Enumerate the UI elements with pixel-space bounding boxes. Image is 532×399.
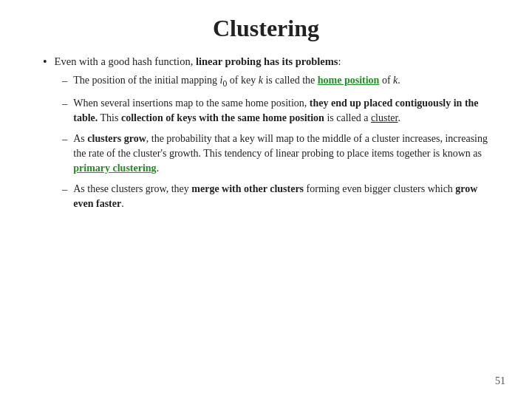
sub-bullets: – The position of the initial mapping i0… bbox=[62, 73, 497, 211]
slide: Clustering • Even with a good hash funct… bbox=[0, 0, 532, 399]
bullet-section: • Even with a good hash function, linear… bbox=[35, 54, 497, 211]
dash-3: – bbox=[62, 132, 67, 147]
sub-bullet-text-1: The position of the initial mapping i0 o… bbox=[73, 73, 400, 91]
sub-bullet-3: – As clusters grow, the probability that… bbox=[62, 132, 497, 177]
dash-4: – bbox=[62, 182, 67, 197]
page-number: 51 bbox=[495, 375, 505, 387]
sub-bullet-1: – The position of the initial mapping i0… bbox=[62, 73, 497, 91]
dash-2: – bbox=[62, 96, 67, 112]
main-bullet: • Even with a good hash function, linear… bbox=[43, 54, 497, 70]
slide-title: Clustering bbox=[35, 15, 497, 42]
sub-bullet-2: – When several insertions map to the sam… bbox=[62, 96, 497, 126]
sub-bullet-4: – As these clusters grow, they merge wit… bbox=[62, 182, 497, 212]
main-bullet-text: Even with a good hash function, linear p… bbox=[55, 54, 341, 69]
sub-bullet-text-4: As these clusters grow, they merge with … bbox=[73, 182, 497, 212]
sub-bullet-text-2: When several insertions map to the same … bbox=[73, 96, 497, 126]
dash-1: – bbox=[62, 73, 67, 89]
sub-bullet-text-3: As clusters grow, the probability that a… bbox=[73, 132, 497, 177]
bullet-dot: • bbox=[43, 54, 47, 70]
